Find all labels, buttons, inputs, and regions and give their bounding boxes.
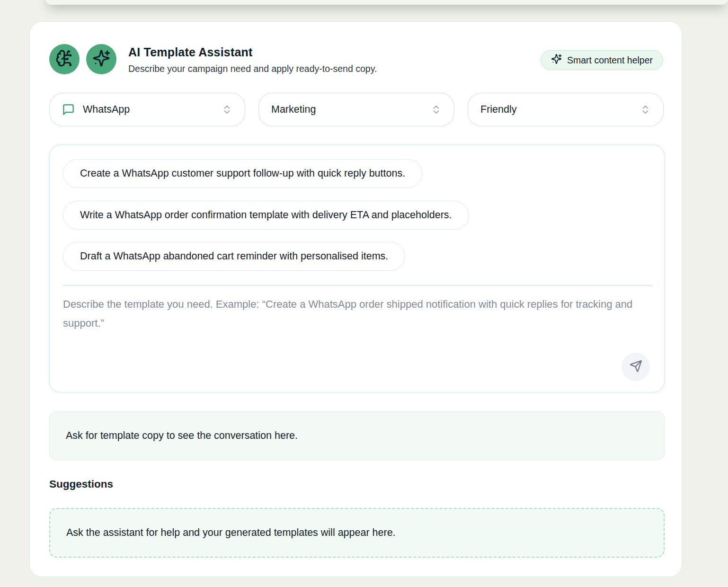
smart-content-helper-badge: Smart content helper: [541, 50, 663, 70]
chevrons-up-down-icon: [640, 104, 651, 115]
brain-circuit-icon: [55, 49, 73, 69]
page-title: AI Template Assistant: [128, 45, 377, 59]
chevrons-up-down-icon: [431, 104, 442, 115]
sparkles-icon: [92, 49, 110, 69]
prompt-input[interactable]: [63, 295, 640, 371]
suggestion-pill[interactable]: Draft a WhatsApp abandoned cart reminder…: [63, 242, 405, 271]
ai-template-assistant-panel: AI Template Assistant Describe your camp…: [29, 21, 682, 577]
channel-select[interactable]: WhatsApp: [49, 93, 245, 126]
tone-select[interactable]: Friendly: [468, 93, 664, 126]
previous-card-edge: [45, 0, 728, 5]
category-select-value: Marketing: [271, 104, 431, 116]
send-button[interactable]: [621, 353, 650, 381]
tone-select-value: Friendly: [480, 104, 640, 116]
banner-text: Ask for template copy to see the convers…: [66, 430, 298, 442]
filter-row: WhatsApp Marketing Friendly: [49, 93, 664, 126]
chevrons-up-down-icon: [222, 104, 232, 115]
avatar: [86, 44, 116, 74]
category-select[interactable]: Marketing: [258, 93, 454, 126]
suggestions-empty-state: Ask the assistant for help and your gene…: [49, 508, 665, 558]
composer-divider: [63, 285, 653, 286]
suggestions-heading: Suggestions: [49, 478, 113, 490]
suggestion-pill[interactable]: Create a WhatsApp customer support follo…: [63, 159, 422, 188]
prompt-composer: Create a WhatsApp customer support follo…: [49, 145, 665, 392]
channel-select-value: WhatsApp: [83, 104, 222, 116]
send-icon: [630, 360, 642, 374]
message-square-icon: [62, 103, 75, 116]
empty-state-text: Ask the assistant for help and your gene…: [66, 527, 396, 539]
sparkles-icon: [551, 53, 562, 67]
avatar: [49, 44, 80, 74]
conversation-placeholder-banner: Ask for template copy to see the convers…: [49, 411, 665, 460]
suggestion-pill[interactable]: Write a WhatsApp order confirmation temp…: [63, 201, 469, 230]
badge-label: Smart content helper: [567, 55, 653, 66]
page-subtitle: Describe your campaign need and apply re…: [128, 63, 377, 74]
